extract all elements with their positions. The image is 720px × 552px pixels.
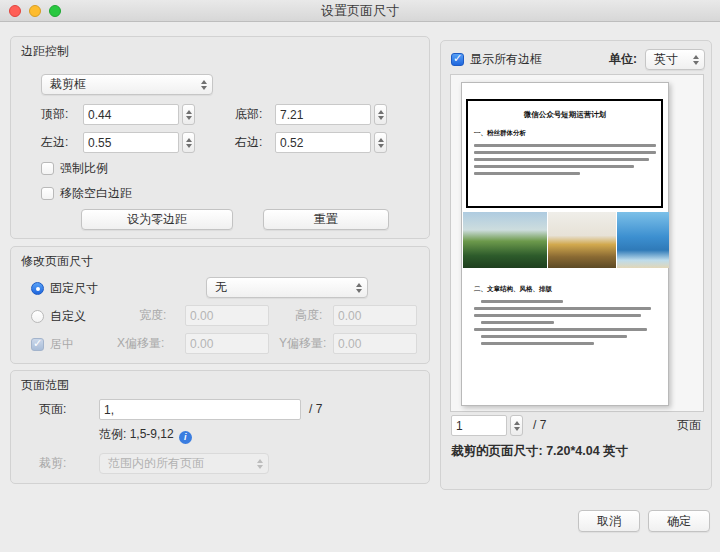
- constrain-ratio-checkbox[interactable]: 强制比例: [41, 160, 108, 176]
- top-margin-stepper[interactable]: [182, 104, 195, 125]
- left-margin-stepper[interactable]: [182, 132, 195, 153]
- checkbox-icon: [451, 53, 464, 66]
- unit-value: 英寸: [654, 51, 678, 68]
- x-offset-field: [185, 333, 269, 354]
- preview-page-total: / 7: [533, 415, 546, 436]
- fixed-size-select[interactable]: 无: [206, 277, 368, 298]
- x-offset-input: [185, 333, 269, 354]
- document-photos-row: [463, 212, 667, 268]
- close-window-button[interactable]: [9, 5, 21, 17]
- pages-field: [99, 399, 301, 420]
- top-margin-input[interactable]: [83, 104, 179, 125]
- palm-trees-photo: [463, 212, 547, 268]
- resize-group-title: 修改页面尺寸: [21, 253, 93, 270]
- bottom-margin-stepper[interactable]: [374, 104, 387, 125]
- right-margin-stepper[interactable]: [374, 132, 387, 153]
- checkbox-icon: [41, 187, 54, 200]
- text-line: [481, 300, 563, 303]
- popup-arrows-icon: [201, 75, 207, 94]
- preview-page-label: 页面: [677, 415, 701, 436]
- temple-photo: [548, 212, 616, 268]
- width-input: [185, 305, 269, 326]
- checkbox-icon: [41, 162, 54, 175]
- window-title: 设置页面尺寸: [0, 0, 720, 22]
- zoom-window-button[interactable]: [49, 5, 61, 17]
- pages-example-label: 范例: 1,5-9,12: [99, 424, 192, 445]
- document-paragraph: [474, 300, 656, 349]
- height-field: [333, 305, 417, 326]
- minimize-window-button[interactable]: [29, 5, 41, 17]
- box-type-value: 裁剪框: [50, 76, 86, 93]
- fixed-size-radio[interactable]: 固定尺寸: [31, 280, 98, 296]
- example-text: 范例: 1,5-9,12: [99, 427, 174, 441]
- popup-arrows-icon: [257, 454, 263, 473]
- pages-total-label: / 7: [309, 399, 322, 420]
- unit-select[interactable]: 英寸: [645, 49, 705, 70]
- text-line: [474, 314, 641, 317]
- radio-icon: [31, 282, 44, 295]
- unit-label: 单位:: [609, 49, 637, 70]
- preview-page-input[interactable]: [451, 415, 507, 436]
- traffic-lights: [9, 5, 61, 17]
- bottom-margin-input[interactable]: [275, 104, 371, 125]
- cropped-page-size-label: 裁剪的页面尺寸: 7.20*4.04 英寸: [451, 441, 628, 462]
- x-offset-label: X偏移量:: [117, 333, 164, 354]
- custom-size-radio[interactable]: 自定义: [31, 308, 86, 324]
- cancel-button[interactable]: 取消: [578, 510, 640, 532]
- fixed-size-label: 固定尺寸: [50, 280, 98, 297]
- width-field: [185, 305, 269, 326]
- right-margin-field: [275, 132, 387, 153]
- height-label: 高度:: [295, 305, 322, 326]
- show-all-boxes-label: 显示所有边框: [470, 51, 542, 68]
- document-page-thumbnail: 微信公众号短期运营计划 一、粉丝群体分析 二、文章结构、风格、排版: [461, 82, 669, 406]
- window-titlebar: 设置页面尺寸: [0, 0, 720, 22]
- resize-page-group: 修改页面尺寸 固定尺寸 无 自定义 宽度: 高度: 居中 X偏移量: Y偏移量:: [10, 246, 430, 364]
- show-all-boxes-checkbox[interactable]: 显示所有边框: [451, 51, 542, 67]
- height-input: [333, 305, 417, 326]
- remove-blank-margin-label: 移除空白边距: [60, 185, 132, 202]
- radio-icon: [31, 310, 44, 323]
- center-checkbox: 居中: [31, 336, 74, 352]
- crop-box-overlay[interactable]: [466, 99, 663, 208]
- preview-page-field: [451, 415, 523, 436]
- page-range-group: 页面范围 页面: / 7 范例: 1,5-9,12 裁剪: 范围内的所有页面: [10, 370, 430, 484]
- page-preview-area: 微信公众号短期运营计划 一、粉丝群体分析 二、文章结构、风格、排版: [450, 74, 704, 412]
- right-margin-input[interactable]: [275, 132, 371, 153]
- bottom-margin-field: [275, 104, 387, 125]
- box-type-select[interactable]: 裁剪框: [41, 74, 213, 95]
- checkbox-icon: [31, 338, 44, 351]
- remove-blank-margin-checkbox[interactable]: 移除空白边距: [41, 185, 132, 201]
- text-line: [474, 328, 647, 331]
- bottom-margin-label: 底部:: [235, 104, 262, 125]
- text-line: [481, 335, 627, 338]
- width-label: 宽度:: [139, 305, 166, 326]
- custom-size-label: 自定义: [50, 308, 86, 325]
- crop-scope-label: 裁剪:: [39, 453, 66, 474]
- preview-page-stepper[interactable]: [510, 415, 523, 436]
- margin-group-title: 边距控制: [21, 43, 69, 60]
- fixed-size-value: 无: [215, 279, 227, 296]
- crop-scope-value: 范围内的所有页面: [108, 455, 204, 472]
- info-icon[interactable]: [179, 431, 192, 444]
- range-group-title: 页面范围: [21, 377, 69, 394]
- text-line: [481, 342, 594, 345]
- pages-input[interactable]: [99, 399, 301, 420]
- y-offset-input: [333, 333, 417, 354]
- preview-panel: 显示所有边框 单位: 英寸 微信公众号短期运营计划 一、粉丝群体分析 二、文章结…: [440, 40, 712, 490]
- text-line: [474, 307, 651, 310]
- left-margin-input[interactable]: [83, 132, 179, 153]
- beach-photo: [617, 212, 669, 268]
- set-zero-margin-button[interactable]: 设为零边距: [81, 209, 233, 230]
- ok-button[interactable]: 确定: [648, 510, 710, 532]
- pages-label: 页面:: [39, 399, 66, 420]
- popup-arrows-icon: [693, 50, 699, 69]
- y-offset-label: Y偏移量:: [279, 333, 326, 354]
- left-margin-label: 左边:: [41, 132, 68, 153]
- right-margin-label: 右边:: [235, 132, 262, 153]
- popup-arrows-icon: [356, 278, 362, 297]
- top-margin-field: [83, 104, 195, 125]
- top-margin-label: 顶部:: [41, 104, 68, 125]
- text-line: [481, 321, 554, 324]
- constrain-ratio-label: 强制比例: [60, 160, 108, 177]
- reset-button[interactable]: 重置: [263, 209, 389, 230]
